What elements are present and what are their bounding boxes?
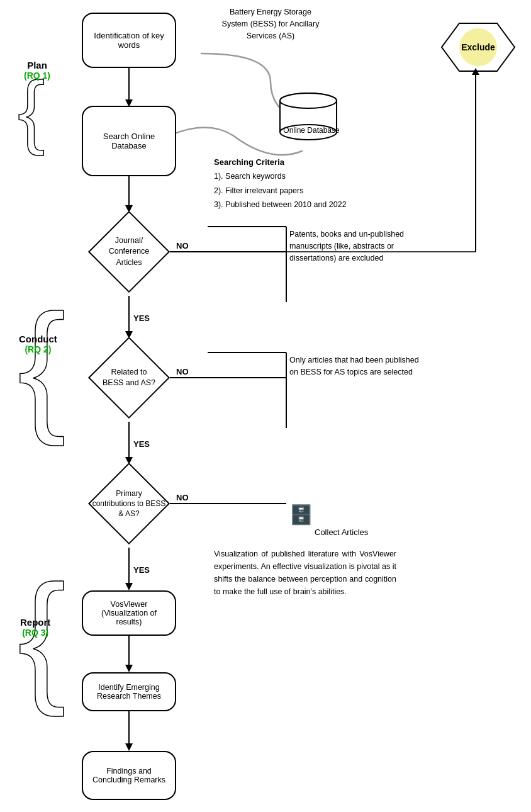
phase-plan: Plan (RQ 1) <box>24 60 50 81</box>
criteria-item-2: 2). Filter irrelevant papers <box>214 184 359 198</box>
journal-diamond-wrapper: Journal/ConferenceArticles <box>88 211 170 293</box>
report-label: Report <box>20 617 50 628</box>
phase-conduct: Conduct (RQ 2) <box>19 334 57 354</box>
phase-report: Report (RQ 3) <box>20 617 50 638</box>
svg-text:YES: YES <box>133 439 150 449</box>
no-bess-text: Only articles that had been published on… <box>289 354 434 378</box>
conduct-rq: (RQ 2) <box>25 344 51 354</box>
primary-diamond-wrapper: Primarycontributions to BESS& AS? <box>88 463 170 544</box>
diagram-svg: { { { YES YES YES NO <box>0 0 531 812</box>
report-rq: (RQ 3) <box>22 628 48 638</box>
emerging-box: Identify Emerging Research Themes <box>82 672 176 711</box>
collect-icon: 🗄️ <box>289 504 313 526</box>
journal-diamond-text: Journal/ConferenceArticles <box>88 211 170 293</box>
svg-text:Exclude: Exclude <box>461 42 495 52</box>
hexagon-svg: Exclude <box>440 22 516 72</box>
criteria-item-3: 3). Published between 2010 and 2022 <box>214 198 359 212</box>
bess-title-text: Battery Energy Storage System (BESS) for… <box>208 6 333 42</box>
searching-criteria-block: Searching Criteria 1). Search keywords 2… <box>214 157 359 212</box>
svg-text:NO: NO <box>176 367 189 376</box>
keywords-box: Identification of key words <box>82 13 176 68</box>
svg-text:{: { <box>18 285 66 446</box>
plan-rq: (RQ 1) <box>24 70 50 81</box>
svg-marker-19 <box>125 743 133 751</box>
hexagon-exclude-wrapper: Exclude <box>440 22 516 72</box>
plan-label: Plan <box>27 60 47 70</box>
diagram-container: { { { YES YES YES NO <box>0 0 531 812</box>
svg-marker-14 <box>125 583 133 590</box>
findings-box: Findings and Concluding Remarks <box>82 751 176 800</box>
svg-text:NO: NO <box>176 241 189 251</box>
online-database-label: Online Database <box>283 126 340 135</box>
svg-text:NO: NO <box>176 493 189 502</box>
svg-marker-17 <box>125 665 133 672</box>
collect-articles-label: Collect Articles <box>315 527 368 537</box>
no-journal-text: Patents, books and un-published manuscri… <box>289 228 428 264</box>
conduct-label: Conduct <box>19 334 57 344</box>
searching-criteria-label: Searching Criteria <box>214 157 359 167</box>
criteria-item-1: 1). Search keywords <box>214 169 359 184</box>
svg-text:YES: YES <box>133 565 150 575</box>
bess-diamond-wrapper: Related toBESS and AS? <box>88 337 170 419</box>
vosviewer-box: VosViewer (Visualization of results) <box>82 590 176 636</box>
vos-description-text: Visualization of published literature wi… <box>214 548 396 598</box>
primary-diamond-text: Primarycontributions to BESS& AS? <box>88 463 170 544</box>
bess-diamond-text: Related toBESS and AS? <box>88 337 170 419</box>
svg-point-37 <box>280 93 337 108</box>
search-db-box: Search Online Database <box>82 106 176 176</box>
svg-text:YES: YES <box>133 313 150 323</box>
criteria-list: 1). Search keywords 2). Filter irrelevan… <box>214 169 359 212</box>
